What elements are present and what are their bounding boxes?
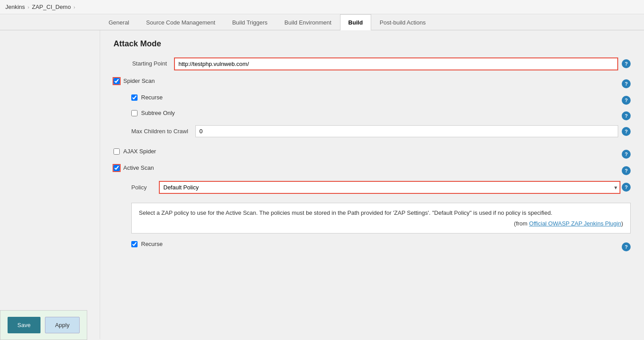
policy-help-icon[interactable]: ? [622, 183, 631, 192]
max-children-label: Max Children to Crawl [131, 125, 188, 135]
tabs-bar: General Source Code Management Build Tri… [0, 14, 644, 30]
active-scan-subsection: Policy Default Policy ▼ ? Select a Z [131, 181, 631, 253]
tab-general[interactable]: General [100, 14, 138, 30]
active-scan-label[interactable]: Active Scan [123, 164, 154, 171]
tab-source-code[interactable]: Source Code Management [138, 14, 223, 30]
subtree-only-checkbox[interactable] [131, 110, 138, 116]
apply-button[interactable]: Apply [45, 317, 80, 333]
spider-scan-checkbox[interactable] [113, 78, 120, 84]
info-from-suffix: ) [621, 220, 623, 227]
sidebar [0, 30, 100, 339]
starting-point-help-icon[interactable]: ? [622, 59, 631, 68]
recurse-label[interactable]: Recurse [141, 94, 162, 101]
spider-scan-row: Spider Scan ? [113, 78, 631, 90]
main-layout: Attack Mode Starting Point ? Spider S [0, 30, 644, 339]
spider-scan-subsection: Recurse ? Subtree Only ? [131, 94, 631, 144]
active-scan-help-icon[interactable]: ? [622, 166, 631, 175]
active-scan-checkbox[interactable] [113, 165, 120, 171]
tab-build-triggers[interactable]: Build Triggers [224, 14, 276, 30]
content-area: Attack Mode Starting Point ? Spider S [100, 30, 644, 339]
breadcrumb-sep-1: › [28, 4, 29, 10]
ajax-spider-checkbox[interactable] [113, 148, 120, 155]
recurse-bottom-checkbox[interactable] [131, 241, 138, 247]
spider-scan-help-icon[interactable]: ? [622, 79, 631, 88]
tab-build-env[interactable]: Build Environment [276, 14, 340, 30]
save-button[interactable]: Save [8, 317, 41, 333]
info-box-text: Select a ZAP policy to use for the Activ… [139, 209, 552, 216]
max-children-input[interactable] [195, 125, 618, 137]
spider-scan-label[interactable]: Spider Scan [123, 78, 155, 84]
info-box-from: (from Official OWASP ZAP Jenkins Plugin) [139, 219, 623, 228]
ajax-spider-help-icon[interactable]: ? [622, 150, 631, 159]
subtree-only-help-icon[interactable]: ? [622, 111, 631, 120]
section-title: Attack Mode [113, 39, 631, 49]
breadcrumb: Jenkins › ZAP_CI_Demo › [0, 0, 644, 14]
subtree-only-label[interactable]: Subtree Only [141, 110, 175, 116]
bottom-bar: Save Apply [0, 310, 87, 339]
recurse-bottom-label[interactable]: Recurse [141, 241, 162, 247]
max-children-help-icon[interactable]: ? [622, 127, 631, 136]
active-scan-row: Active Scan ? [113, 164, 631, 176]
starting-point-row: Starting Point ? [113, 57, 631, 78]
recurse-bottom-help-icon[interactable]: ? [622, 242, 631, 251]
ajax-spider-label[interactable]: AJAX Spider [123, 148, 156, 155]
breadcrumb-sep-2: › [73, 4, 75, 10]
ajax-spider-row: AJAX Spider ? [113, 148, 631, 160]
policy-info-box: Select a ZAP policy to use for the Activ… [131, 203, 631, 233]
tab-post-build[interactable]: Post-build Actions [371, 14, 434, 30]
policy-select[interactable]: Default Policy [159, 181, 620, 194]
breadcrumb-jenkins[interactable]: Jenkins [5, 4, 25, 10]
tab-build[interactable]: Build [340, 14, 372, 30]
starting-point-input[interactable] [174, 57, 618, 70]
info-from-prefix: (from [514, 220, 529, 227]
recurse-help-icon[interactable]: ? [622, 96, 631, 105]
policy-label: Policy [131, 184, 154, 191]
starting-point-label: Starting Point [113, 57, 167, 67]
info-box-link[interactable]: Official OWASP ZAP Jenkins Plugin [529, 220, 621, 227]
recurse-checkbox[interactable] [131, 94, 138, 101]
breadcrumb-zap-demo[interactable]: ZAP_CI_Demo [32, 4, 71, 10]
